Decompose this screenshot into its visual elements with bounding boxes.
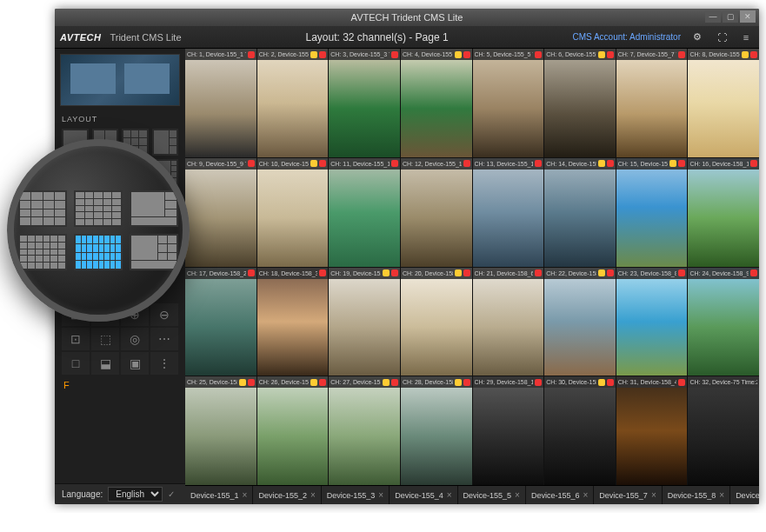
camera-cell-8[interactable]: CH: 8, Device-155 (688, 49, 759, 157)
camera-cell-23[interactable]: CH: 23, Device-158_8 Ti (616, 268, 688, 376)
fullscreen-icon[interactable]: ⛶ (714, 30, 729, 45)
camera-cell-25[interactable]: CH: 25, Device-158 (185, 376, 256, 485)
camera-cell-2[interactable]: CH: 2, Device-155 (257, 49, 329, 157)
camera-cell-5[interactable]: CH: 5, Device-155_5 Tit (473, 49, 544, 157)
motion-icon (598, 269, 605, 276)
camera-cell-10[interactable]: CH: 10, Device-155 (257, 158, 329, 267)
record-icon (248, 51, 255, 58)
camera-cell-3[interactable]: CH: 3, Device-155_3 Tit (329, 49, 400, 157)
device-tab-4[interactable]: Device-155_4× (390, 486, 457, 504)
camera-label: CH: 5, Device-155_5 Tit (473, 49, 544, 60)
camera-cell-1[interactable]: CH: 1, Device-155_1 Tit (185, 49, 256, 157)
tool-button-9[interactable]: ⬓ (91, 352, 119, 375)
record-icon (750, 160, 757, 167)
camera-label: CH: 12, Device-155_12 (401, 158, 472, 170)
device-tab-2[interactable]: Device-155_2× (253, 486, 321, 504)
camera-cell-4[interactable]: CH: 4, Device-155 (401, 49, 472, 157)
minimize-button[interactable]: — (705, 10, 721, 23)
tool-button-8[interactable]: □ (62, 352, 90, 375)
zoom-layout-big-small (130, 234, 178, 270)
camera-label: CH: 24, Device-158_9 Ti (688, 268, 759, 279)
tool-button-6[interactable]: ◎ (121, 328, 149, 350)
camera-cell-16[interactable]: CH: 16, Device-158_1 Ti (688, 158, 759, 267)
tool-button-4[interactable]: ⊡ (62, 328, 90, 350)
record-icon (248, 269, 255, 276)
device-tab-7[interactable]: Device-155_7× (594, 486, 662, 504)
camera-label: CH: 6, Device-155 (544, 49, 616, 60)
camera-cell-28[interactable]: CH: 28, Device-158 (401, 376, 472, 485)
camera-label: CH: 27, Device-158 (329, 376, 400, 388)
camera-cell-13[interactable]: CH: 13, Device-155_13 (473, 158, 544, 267)
camera-cell-11[interactable]: CH: 11, Device-155_11 (329, 158, 400, 267)
motion-icon (455, 269, 462, 276)
camera-cell-22[interactable]: CH: 22, Device-158 (544, 268, 616, 376)
camera-cell-20[interactable]: CH: 20, Device-158 (401, 268, 472, 376)
tab-close-icon[interactable]: × (583, 490, 589, 500)
record-icon (391, 160, 398, 167)
device-tab-8[interactable]: Device-155_8× (663, 486, 730, 504)
tool-button-10[interactable]: ▣ (121, 352, 149, 375)
device-tab-3[interactable]: Device-155_3× (322, 486, 390, 504)
camera-cell-30[interactable]: CH: 30, Device-158 (544, 376, 616, 485)
record-icon (678, 51, 685, 58)
layout-1-5[interactable] (152, 129, 179, 156)
camera-cell-29[interactable]: CH: 29, Device-158_15 (473, 376, 544, 485)
tool-button-7[interactable]: ⋯ (150, 328, 178, 350)
camera-cell-26[interactable]: CH: 26, Device-158 (257, 376, 329, 485)
device-tab-6[interactable]: Device-155_6× (526, 486, 594, 504)
camera-cell-19[interactable]: CH: 19, Device-158 (329, 268, 400, 376)
close-button[interactable]: ✕ (740, 10, 756, 23)
camera-cell-27[interactable]: CH: 27, Device-158 (329, 376, 400, 485)
tab-close-icon[interactable]: × (243, 490, 248, 500)
magnifier-overlay (7, 139, 190, 322)
record-icon (607, 51, 614, 58)
record-icon (463, 51, 470, 58)
account-link[interactable]: CMS Account: Administrator (573, 32, 682, 42)
camera-label: CH: 1, Device-155_1 Tit (185, 49, 256, 60)
camera-cell-6[interactable]: CH: 6, Device-155 (544, 49, 616, 157)
device-tab-5[interactable]: Device-155_5× (458, 486, 526, 504)
camera-cell-14[interactable]: CH: 14, Device-155 (544, 158, 616, 267)
zoom-layout-4x4 (18, 190, 67, 227)
camera-cell-12[interactable]: CH: 12, Device-155_12 (401, 158, 472, 267)
record-icon (678, 379, 685, 386)
zoom-layout-1-7 (130, 190, 178, 227)
camera-label: CH: 32, Device-75 Time:2 (688, 376, 759, 388)
tool-button-5[interactable]: ⬚ (91, 328, 119, 350)
camera-cell-7[interactable]: CH: 7, Device-155_7 Tit (616, 49, 688, 157)
tool-button-3[interactable]: ⊖ (150, 303, 178, 326)
tab-close-icon[interactable]: × (515, 490, 520, 500)
tab-close-icon[interactable]: × (651, 490, 656, 500)
record-icon (463, 379, 470, 386)
tab-close-icon[interactable]: × (378, 490, 383, 500)
language-apply-icon[interactable]: ✓ (168, 489, 175, 499)
camera-cell-21[interactable]: CH: 21, Device-158_6 Ti (473, 268, 544, 376)
preview-thumbnail[interactable] (60, 54, 180, 106)
language-bar: Language: English ✓ (55, 483, 185, 504)
record-icon (535, 379, 542, 386)
device-tab-1[interactable]: Device-155_1× (185, 486, 253, 504)
camera-cell-31[interactable]: CH: 31, Device-158_4 Ti (616, 376, 688, 485)
record-icon (391, 269, 398, 276)
settings-icon[interactable]: ⚙ (689, 30, 705, 45)
camera-cell-17[interactable]: CH: 17, Device-158_2 Ti (185, 268, 256, 376)
maximize-button[interactable]: ▢ (723, 10, 738, 23)
camera-label: CH: 13, Device-155_13 (473, 158, 544, 170)
camera-label: CH: 21, Device-158_6 Ti (473, 268, 544, 279)
camera-cell-9[interactable]: CH: 9, Device-155_9 Tit (185, 158, 256, 267)
motion-icon (598, 379, 605, 386)
camera-cell-32[interactable]: CH: 32, Device-75 Time:2 (688, 376, 759, 485)
tab-close-icon[interactable]: × (310, 490, 316, 500)
camera-cell-15[interactable]: CH: 15, Device-155 (616, 158, 688, 267)
motion-icon (455, 379, 462, 386)
tab-close-icon[interactable]: × (719, 490, 724, 500)
device-tab-9[interactable]: Device-155_9× (730, 486, 759, 504)
camera-cell-24[interactable]: CH: 24, Device-158_9 Ti (688, 268, 759, 376)
language-select[interactable]: English (108, 487, 163, 502)
tab-close-icon[interactable]: × (447, 490, 452, 500)
camera-cell-18[interactable]: CH: 18, Device-158_3 Ti (257, 268, 329, 376)
record-icon (607, 269, 614, 276)
menu-icon[interactable]: ≡ (738, 30, 754, 45)
tool-button-11[interactable]: ⋮ (150, 352, 178, 375)
camera-label: CH: 3, Device-155_3 Tit (329, 49, 400, 60)
